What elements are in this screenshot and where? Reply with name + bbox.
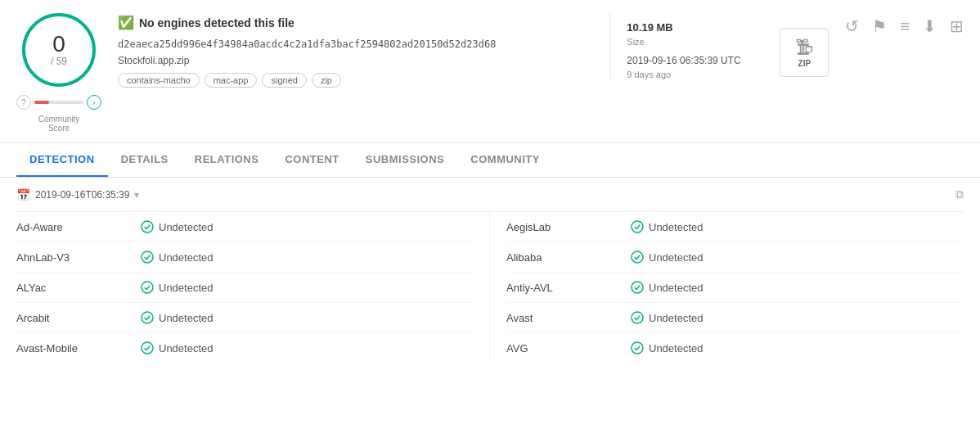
undetected-label: Undetected	[159, 312, 214, 324]
undetected-label: Undetected	[649, 221, 704, 233]
file-type-label: ZIP	[798, 59, 811, 68]
table-row: AhnLab-V3 Undetected	[16, 242, 473, 273]
svg-point-6	[632, 251, 643, 263]
table-row: AegisLab Undetected	[506, 212, 964, 242]
detection-status: Undetected	[141, 281, 214, 294]
engine-name: AhnLab-V3	[16, 251, 131, 264]
no-engines-row: ✅ No engines detected this file	[118, 15, 593, 30]
file-ago: 9 days ago	[627, 70, 671, 79]
score-total: / 59	[51, 56, 67, 67]
community-score-row: ? ›	[16, 95, 101, 110]
tab-content[interactable]: CONTENT	[272, 143, 352, 177]
no-engines-text: No engines detected this file	[139, 16, 294, 29]
engine-name: Arcabit	[16, 312, 131, 324]
undetected-label: Undetected	[159, 221, 214, 233]
copy-icon[interactable]: ⧉	[955, 187, 964, 201]
svg-point-5	[632, 221, 643, 233]
table-row: AVG Undetected	[506, 333, 964, 363]
score-circle: 0 / 59	[22, 13, 96, 87]
engine-name: Alibaba	[506, 251, 621, 264]
score-number: 0	[52, 33, 65, 56]
undetected-check-icon	[141, 341, 154, 354]
svg-point-0	[142, 221, 153, 233]
tags-row: contains-macho mac-app signed zip	[118, 73, 593, 88]
undetected-check-icon	[631, 341, 644, 354]
table-row: Avast-Mobile Undetected	[16, 333, 473, 363]
svg-point-4	[142, 342, 153, 354]
tab-details[interactable]: DETAILS	[108, 143, 182, 177]
detection-status: Undetected	[631, 341, 704, 354]
table-row: Arcabit Undetected	[16, 303, 473, 333]
undetected-check-icon	[631, 311, 644, 324]
file-meta: 10.19 MB Size 2019-09-16 06:35:39 UTC 9 …	[609, 13, 757, 79]
engine-name: Avast-Mobile	[16, 342, 131, 354]
file-hash[interactable]: d2eaeca25dd996e4f34984a0acdc4c2a1dfa3bac…	[118, 38, 593, 50]
engine-name: Ad-Aware	[16, 221, 131, 233]
undetected-check-icon	[141, 220, 154, 233]
svg-point-8	[632, 312, 643, 323]
detection-status: Undetected	[141, 311, 214, 324]
table-row: Antiy-AVL Undetected	[506, 273, 964, 303]
tag-mac-app[interactable]: mac-app	[205, 73, 258, 88]
question-icon[interactable]: ?	[16, 95, 31, 110]
svg-point-7	[632, 282, 643, 293]
calendar-icon: 📅	[16, 188, 30, 201]
file-info: ✅ No engines detected this file d2eaeca2…	[118, 13, 593, 88]
arrow-right-icon[interactable]: ›	[87, 95, 101, 110]
undetected-check-icon	[141, 281, 154, 294]
date-filter[interactable]: 📅 2019-09-16T06:35:39 ▾	[16, 188, 139, 201]
engine-name: Antiy-AVL	[506, 282, 621, 294]
undetected-label: Undetected	[649, 282, 704, 294]
undetected-check-icon	[631, 220, 644, 233]
engine-name: ALYac	[16, 282, 131, 294]
detection-status: Undetected	[631, 251, 704, 264]
app-container: 0 / 59 ? › CommunityScore ✅ No engines d…	[0, 0, 980, 447]
file-size: 10.19 MB	[627, 21, 672, 34]
community-score-label: CommunityScore	[38, 115, 80, 133]
refresh-icon[interactable]: ↺	[845, 16, 859, 36]
detection-status: Undetected	[141, 220, 214, 233]
tab-relations[interactable]: RELATIONS	[182, 143, 272, 177]
download-icon[interactable]: ⬇	[923, 16, 937, 36]
detection-status: Undetected	[141, 251, 214, 264]
detection-left-col: Ad-Aware Undetected AhnLab-V3 Undetected…	[16, 212, 490, 363]
engine-name: AegisLab	[506, 221, 621, 233]
undetected-check-icon	[141, 251, 154, 264]
svg-point-9	[632, 342, 643, 354]
undetected-check-icon	[631, 251, 644, 264]
undetected-check-icon	[631, 281, 644, 294]
tab-submissions[interactable]: SUBMISSIONS	[353, 143, 458, 177]
file-date: 2019-09-16 06:35:39 UTC	[627, 55, 740, 66]
tag-zip[interactable]: zip	[312, 73, 341, 88]
table-row: Alibaba Undetected	[506, 242, 964, 273]
engine-name: Avast	[506, 312, 621, 324]
file-name: Stockfoli.app.zip	[118, 55, 593, 66]
undetected-label: Undetected	[649, 342, 704, 354]
detection-status: Undetected	[631, 281, 704, 294]
undetected-label: Undetected	[159, 342, 214, 354]
detection-status: Undetected	[631, 311, 704, 324]
tab-community[interactable]: COMMUNITY	[457, 143, 553, 177]
file-type-icon: 🗜 ZIP	[780, 28, 829, 77]
file-type-section: 🗜 ZIP	[780, 20, 829, 77]
table-row: ALYac Undetected	[16, 273, 473, 303]
tag-contains-macho[interactable]: contains-macho	[118, 73, 200, 88]
tag-signed[interactable]: signed	[262, 73, 306, 88]
filter-icon[interactable]: ≡	[900, 17, 910, 36]
svg-point-1	[142, 251, 153, 263]
chevron-down-icon: ▾	[134, 189, 139, 201]
undetected-label: Undetected	[159, 282, 214, 294]
community-score-bar	[34, 101, 83, 104]
undetected-check-icon	[141, 311, 154, 324]
file-size-value: 10.19 MB	[627, 21, 672, 34]
tab-detection[interactable]: DETECTION	[16, 143, 108, 177]
date-filter-row: 📅 2019-09-16T06:35:39 ▾ ⧉	[16, 178, 964, 212]
detection-status: Undetected	[631, 220, 704, 233]
expand-icon[interactable]: ⊞	[950, 16, 964, 36]
file-header: 0 / 59 ? › CommunityScore ✅ No engines d…	[0, 0, 980, 143]
flag-icon[interactable]: ⚑	[872, 16, 887, 36]
tabs-bar: DETECTION DETAILS RELATIONS CONTENT SUBM…	[0, 143, 980, 178]
content-area: 📅 2019-09-16T06:35:39 ▾ ⧉ Ad-Aware Undet…	[0, 178, 980, 447]
detection-right-col: AegisLab Undetected Alibaba Undetected A…	[490, 212, 964, 363]
file-size-label: Size	[627, 37, 644, 47]
